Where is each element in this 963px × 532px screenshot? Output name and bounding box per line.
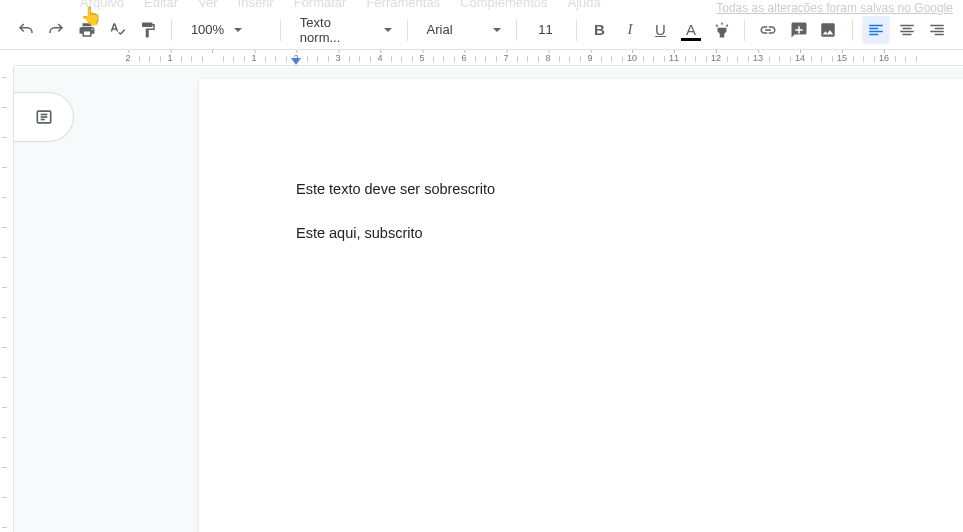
menu-formatar[interactable]: Formatar (294, 0, 347, 10)
menu-ver[interactable]: Ver (198, 0, 218, 10)
ruler-tick: 6 (461, 53, 466, 63)
insert-comment-button[interactable] (785, 16, 813, 44)
ruler-tick: 12 (711, 53, 721, 63)
ruler-tick: 4 (377, 53, 382, 63)
chevron-down-icon (493, 28, 501, 32)
print-button[interactable] (73, 16, 101, 44)
ruler-tick: 5 (419, 53, 424, 63)
separator (280, 19, 281, 41)
highlight-button[interactable] (708, 16, 736, 44)
fontsize-value: 11 (538, 22, 552, 37)
font-value: Arial (427, 22, 453, 37)
separator (407, 19, 408, 41)
menu-editar[interactable]: Editar (144, 0, 178, 10)
ruler-tick: 10 (627, 53, 637, 63)
insert-link-button[interactable] (754, 16, 782, 44)
page-content[interactable]: Este texto deve ser sobrescrito Este aqu… (199, 79, 963, 244)
menu-inserir[interactable]: Inserir (238, 0, 274, 10)
fontsize-dropdown[interactable]: 11 (526, 16, 562, 44)
paragraph-2[interactable]: Este aqui, subscrito (296, 223, 963, 243)
align-left-button[interactable] (862, 16, 890, 44)
paragraph-1[interactable]: Este texto deve ser sobrescrito (296, 179, 963, 199)
ruler-tick: 13 (753, 53, 763, 63)
ruler-tick: 15 (837, 53, 847, 63)
insert-image-button[interactable] (816, 16, 844, 44)
text-color-button[interactable]: A (677, 16, 705, 44)
chevron-down-icon (384, 28, 392, 32)
zoom-value: 100% (191, 22, 224, 37)
italic-button[interactable]: I (616, 16, 644, 44)
separator (576, 19, 577, 41)
ruler-tick: 1 (251, 53, 256, 63)
menu-arquivo[interactable]: Arquivo (80, 0, 124, 10)
chevron-down-icon (234, 28, 242, 32)
outline-toggle[interactable] (14, 92, 74, 142)
redo-button[interactable] (43, 16, 71, 44)
spellcheck-button[interactable] (104, 16, 132, 44)
document-canvas: Este texto deve ser sobrescrito Este aqu… (14, 67, 963, 532)
ruler-tick: 8 (545, 53, 550, 63)
ruler-tick: 9 (587, 53, 592, 63)
ruler-tick: 16 (879, 53, 889, 63)
menu-ferramentas[interactable]: Ferramentas (366, 0, 440, 10)
save-status[interactable]: Todas as alterações foram salvas no Goog… (716, 1, 953, 15)
underline-button[interactable]: U (647, 16, 675, 44)
ruler-tick: 7 (503, 53, 508, 63)
ruler-tick: 2 (125, 53, 130, 63)
separator (744, 19, 745, 41)
vertical-ruler[interactable] (0, 67, 14, 532)
style-value: Texto norm... (300, 15, 374, 45)
menu-ajuda[interactable]: Ajuda (568, 0, 601, 10)
align-right-button[interactable] (923, 16, 951, 44)
separator (516, 19, 517, 41)
ruler-tick: 11 (669, 53, 679, 63)
paint-format-button[interactable] (134, 16, 162, 44)
zoom-dropdown[interactable]: 100% (181, 16, 271, 44)
ruler-tick: 2 (293, 53, 298, 63)
separator (171, 19, 172, 41)
page[interactable]: Este texto deve ser sobrescrito Este aqu… (199, 79, 963, 532)
ruler-tick: 14 (795, 53, 805, 63)
align-center-button[interactable] (893, 16, 921, 44)
undo-button[interactable] (12, 16, 40, 44)
font-dropdown[interactable]: Arial (417, 16, 507, 44)
ruler-tick: 1 (167, 53, 172, 63)
separator (852, 19, 853, 41)
ruler-tick: 3 (335, 53, 340, 63)
bold-button[interactable]: B (586, 16, 614, 44)
toolbar: 100% Texto norm... Arial 11 B I U A (0, 10, 963, 50)
style-dropdown[interactable]: Texto norm... (290, 16, 398, 44)
menu-complementos[interactable]: Complementos (460, 0, 547, 10)
horizontal-ruler[interactable]: 2112345678910111213141516 (14, 50, 963, 66)
